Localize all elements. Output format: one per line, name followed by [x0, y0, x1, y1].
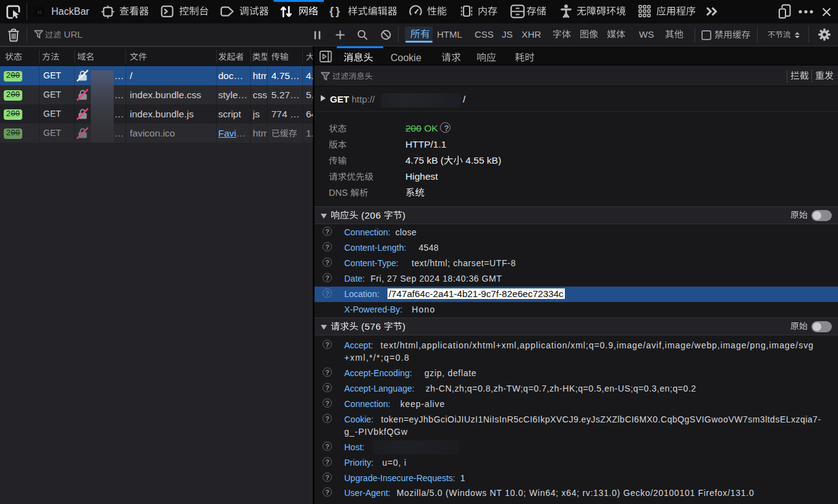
- svg-text:H: H: [38, 9, 42, 15]
